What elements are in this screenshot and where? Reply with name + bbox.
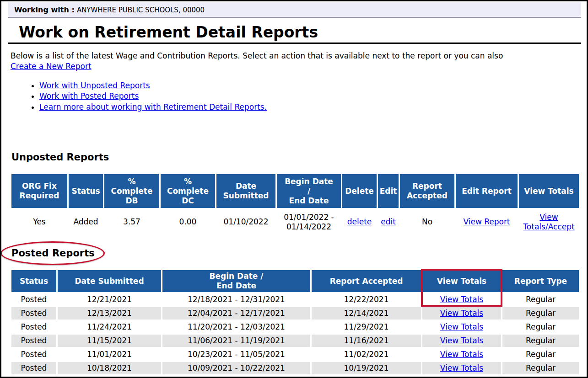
view-totals-link[interactable]: View Totals bbox=[440, 295, 483, 304]
intro-text: Below is a list of the latest Wage and C… bbox=[11, 51, 503, 60]
quick-links-list: Work with Unposted Reports Work with Pos… bbox=[11, 80, 587, 113]
pct-complete-db-value: 3.57 bbox=[104, 209, 159, 234]
col-header-pct-complete-db: % Complete DB bbox=[104, 174, 159, 208]
col-header-date-submitted: Date Submitted bbox=[216, 174, 275, 208]
create-new-report-link[interactable]: Create a New Report bbox=[11, 62, 92, 71]
posted-header-row: Status Date Submitted Begin Date / End D… bbox=[11, 270, 579, 292]
posted-reports-heading-wrap: Posted Reports bbox=[11, 248, 587, 259]
report-type-value: Regular bbox=[502, 348, 579, 361]
report-accepted-value: No bbox=[400, 209, 454, 234]
status-value: Posted bbox=[11, 307, 56, 319]
report-type-value: Regular bbox=[502, 321, 579, 333]
work-with-unposted-reports-link[interactable]: Work with Unposted Reports bbox=[39, 81, 150, 90]
begin-end-date-value: 01/01/2022 - 01/14/2022 bbox=[277, 209, 341, 234]
col-header-begin-end-date: Begin Date / End Date bbox=[277, 174, 341, 208]
view-totals-cell: View Totals bbox=[422, 321, 501, 333]
status-value: Posted bbox=[11, 321, 56, 333]
posted-reports-heading: Posted Reports bbox=[11, 248, 95, 259]
view-totals-cell: View Totals/Accept bbox=[519, 209, 579, 234]
status-value: Posted bbox=[11, 335, 56, 347]
view-totals-cell: View Totals bbox=[422, 307, 501, 319]
delete-cell: delete bbox=[342, 209, 377, 234]
delete-link[interactable]: delete bbox=[347, 217, 372, 226]
begin-end-date-value: 11/20/2021 - 12/03/2021 bbox=[162, 321, 310, 333]
col-header-begin-end-date: Begin Date / End Date bbox=[162, 270, 310, 292]
report-type-value: Regular bbox=[502, 362, 579, 374]
view-totals-link[interactable]: View Totals bbox=[440, 363, 483, 373]
report-accepted-value: 11/16/2021 bbox=[312, 335, 421, 347]
col-header-view-totals: View Totals bbox=[519, 174, 579, 208]
learn-more-link[interactable]: Learn more about working with Retirement… bbox=[39, 102, 267, 112]
page-frame: Working with : ANYWHERE PUBLIC SCHOOLS, … bbox=[0, 0, 588, 378]
list-item: Work with Unposted Reports bbox=[39, 80, 587, 91]
view-totals-accept-link[interactable]: View Totals/Accept bbox=[523, 213, 574, 231]
edit-cell: edit bbox=[378, 209, 399, 234]
unposted-reports-heading: Unposted Reports bbox=[11, 152, 587, 163]
pct-complete-dc-value: 0.00 bbox=[161, 209, 215, 234]
col-header-org-fix-required: ORG Fix Required bbox=[11, 174, 67, 208]
date-submitted-value: 11/01/2021 bbox=[58, 348, 161, 361]
view-report-link[interactable]: View Report bbox=[463, 217, 510, 226]
col-header-status: Status bbox=[11, 270, 56, 292]
date-submitted-value: 12/13/2021 bbox=[58, 307, 161, 319]
view-totals-link[interactable]: View Totals bbox=[440, 336, 483, 345]
posted-report-row: Posted 11/15/2021 11/06/2021 - 11/19/202… bbox=[11, 335, 579, 347]
view-totals-link[interactable]: View Totals bbox=[440, 350, 483, 359]
list-item: Work with Posted Reports bbox=[39, 91, 587, 102]
work-with-posted-reports-link[interactable]: Work with Posted Reports bbox=[39, 91, 139, 101]
report-accepted-value: 11/02/2021 bbox=[312, 348, 421, 361]
posted-report-row: Posted 11/24/2021 11/20/2021 - 12/03/202… bbox=[11, 321, 579, 333]
working-with-bar: Working with : ANYWHERE PUBLIC SCHOOLS, … bbox=[8, 2, 581, 18]
date-submitted-value: 10/18/2021 bbox=[58, 362, 161, 374]
report-type-value: Regular bbox=[502, 293, 579, 306]
status-value: Posted bbox=[11, 362, 56, 374]
unposted-reports-table: ORG Fix Required Status % Complete DB % … bbox=[10, 173, 580, 236]
posted-report-row: Posted 11/01/2021 10/23/2021 - 11/05/202… bbox=[11, 348, 579, 361]
date-submitted-value: 11/15/2021 bbox=[58, 335, 161, 347]
col-header-pct-complete-dc: % Complete DC bbox=[161, 174, 215, 208]
col-header-edit-report: Edit Report bbox=[456, 174, 518, 208]
view-totals-link[interactable]: View Totals bbox=[440, 322, 483, 331]
posted-reports-table: Status Date Submitted Begin Date / End D… bbox=[10, 269, 580, 376]
col-header-delete: Delete bbox=[342, 174, 377, 208]
status-value: Posted bbox=[11, 348, 56, 361]
col-header-view-totals: View Totals bbox=[422, 270, 501, 292]
col-header-status: Status bbox=[69, 174, 103, 208]
report-accepted-value: 10/19/2021 bbox=[312, 362, 421, 374]
begin-end-date-value: 12/04/2021 - 12/17/2021 bbox=[162, 307, 310, 319]
page-title: Work on Retirement Detail Reports bbox=[19, 24, 581, 41]
col-header-report-accepted: Report Accepted bbox=[312, 270, 421, 292]
title-block: Work on Retirement Detail Reports bbox=[8, 18, 581, 44]
status-value: Added bbox=[69, 209, 103, 234]
status-value: Posted bbox=[11, 293, 56, 306]
begin-end-date-value: 12/18/2021 - 12/31/2021 bbox=[162, 293, 310, 306]
col-header-edit: Edit bbox=[378, 174, 399, 208]
list-item: Learn more about working with Retirement… bbox=[39, 102, 587, 113]
view-totals-cell: View Totals bbox=[422, 348, 501, 361]
report-accepted-value: 12/14/2021 bbox=[312, 307, 421, 319]
report-accepted-value: 11/29/2021 bbox=[312, 321, 421, 333]
unposted-report-row: Yes Added 3.57 0.00 01/10/2022 01/01/202… bbox=[11, 209, 579, 234]
date-submitted-value: 01/10/2022 bbox=[216, 209, 275, 234]
working-with-value: ANYWHERE PUBLIC SCHOOLS, 00000 bbox=[77, 6, 205, 14]
view-totals-cell: View Totals bbox=[422, 293, 501, 306]
col-header-report-type: Report Type bbox=[502, 270, 579, 292]
posted-report-row: Posted 12/13/2021 12/04/2021 - 12/17/202… bbox=[11, 307, 579, 319]
intro-paragraph: Below is a list of the latest Wage and C… bbox=[11, 51, 587, 72]
report-type-value: Regular bbox=[502, 335, 579, 347]
view-totals-cell: View Totals bbox=[422, 335, 501, 347]
view-totals-link[interactable]: View Totals bbox=[440, 309, 483, 318]
org-fix-required-value: Yes bbox=[11, 209, 67, 234]
begin-end-date-value: 11/06/2021 - 11/19/2021 bbox=[162, 335, 310, 347]
col-header-date-submitted: Date Submitted bbox=[58, 270, 161, 292]
working-with-label: Working with : bbox=[14, 5, 75, 14]
view-totals-cell: View Totals bbox=[422, 362, 501, 374]
report-accepted-value: 12/22/2021 bbox=[312, 293, 421, 306]
report-type-value: Regular bbox=[502, 307, 579, 319]
edit-link[interactable]: edit bbox=[381, 217, 396, 226]
posted-report-row: Posted 12/21/2021 12/18/2021 - 12/31/202… bbox=[11, 293, 579, 306]
edit-report-cell: View Report bbox=[456, 209, 518, 234]
col-header-report-accepted: Report Accepted bbox=[400, 174, 454, 208]
begin-end-date-value: 10/23/2021 - 11/05/2021 bbox=[162, 348, 310, 361]
date-submitted-value: 11/24/2021 bbox=[58, 321, 161, 333]
